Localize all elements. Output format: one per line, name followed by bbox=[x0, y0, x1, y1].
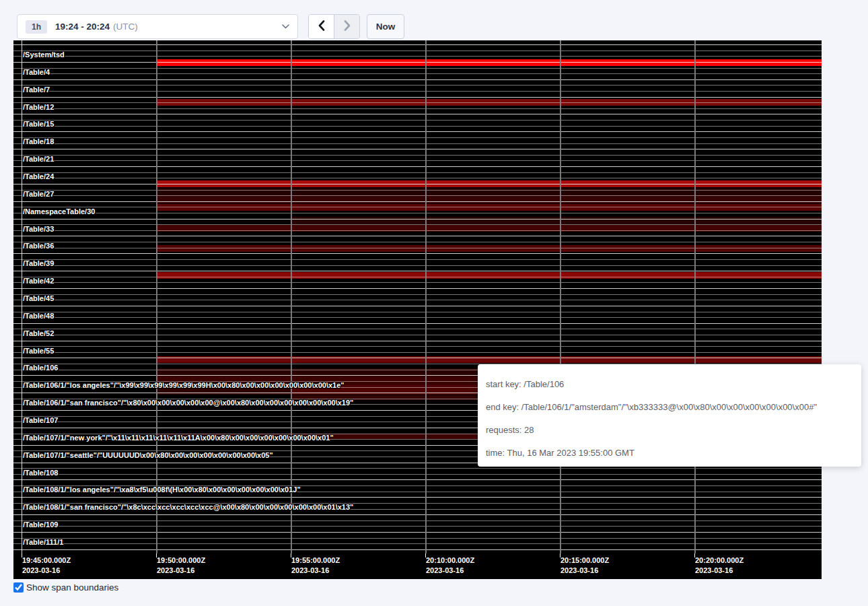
span-boundary-line bbox=[13, 259, 822, 260]
show-span-boundaries-row: Show span boundaries bbox=[13, 582, 118, 593]
time-range-label: 19:24 - 20:24 bbox=[55, 22, 110, 32]
now-button[interactable]: Now bbox=[367, 14, 404, 39]
span-label: /Table/107/1/"new york"/"\x11\x11\x11\x1… bbox=[23, 434, 334, 442]
span-label: /Table/106 bbox=[23, 364, 58, 372]
time-axis-label: 19:55:00.000Z2023-03-16 bbox=[291, 556, 340, 576]
previous-range-button[interactable] bbox=[309, 15, 334, 38]
time-grid-line bbox=[425, 40, 427, 553]
span-boundary-line bbox=[13, 114, 822, 114]
span-label: /Table/42 bbox=[23, 277, 54, 285]
heat-bar bbox=[156, 245, 822, 252]
span-boundary-line bbox=[13, 68, 822, 69]
time-axis-label: 20:20:00.000Z2023-03-16 bbox=[695, 556, 744, 576]
span-boundary-line bbox=[13, 190, 822, 191]
span-boundary-line bbox=[13, 178, 822, 178]
span-boundary-line bbox=[13, 514, 822, 515]
time-range-select[interactable]: 1h 19:24 - 20:24 (UTC) bbox=[17, 14, 298, 39]
span-boundary-line bbox=[13, 91, 822, 92]
hover-tooltip: start key: /Table/106 end key: /Table/10… bbox=[478, 364, 861, 467]
span-label: /Table/108 bbox=[23, 469, 58, 477]
span-boundary-line bbox=[13, 543, 822, 544]
span-boundary-line bbox=[13, 468, 822, 469]
span-boundary-line bbox=[13, 166, 822, 167]
span-label: /Table/36 bbox=[23, 242, 54, 250]
span-label: /Table/7 bbox=[23, 86, 50, 94]
span-boundary-line bbox=[13, 294, 822, 295]
span-label: /Table/45 bbox=[23, 295, 54, 302]
span-boundary-line bbox=[13, 219, 822, 220]
span-boundary-line bbox=[13, 346, 822, 347]
span-boundary-line bbox=[13, 358, 822, 358]
span-label: /Table/108/1/"los angeles"/"\xa8\xf5\u00… bbox=[23, 486, 301, 494]
tooltip-start-key: start key: /Table/106 bbox=[486, 373, 853, 396]
span-boundary-line bbox=[13, 131, 822, 132]
show-span-boundaries-checkbox[interactable] bbox=[13, 582, 24, 593]
span-label: /Table/106/1/"los angeles"/"\x99\x99\x99… bbox=[23, 382, 345, 389]
span-boundary-line bbox=[13, 73, 822, 74]
span-label: /Table/33 bbox=[23, 226, 54, 233]
span-boundary-line bbox=[13, 277, 822, 277]
span-label: /Table/107/1/"seattle"/"UUUUUUD\x00\x80\… bbox=[23, 452, 273, 459]
span-boundary-line bbox=[13, 532, 822, 533]
time-range-badge: 1h bbox=[26, 20, 47, 34]
span-label: /Table/24 bbox=[23, 173, 54, 180]
span-boundary-line bbox=[13, 329, 822, 329]
span-boundary-line bbox=[13, 201, 822, 202]
time-grid-line bbox=[560, 40, 561, 553]
span-boundary-line bbox=[13, 265, 822, 266]
chevron-down-icon bbox=[282, 24, 289, 29]
span-boundary-line bbox=[13, 62, 822, 63]
key-visualizer-canvas[interactable]: 19:45:00.000Z2023-03-1619:50:00.000Z2023… bbox=[13, 40, 822, 579]
span-boundary-line bbox=[13, 126, 822, 127]
span-boundary-line bbox=[13, 282, 822, 283]
span-boundary-line bbox=[13, 306, 822, 306]
span-boundary-line bbox=[13, 120, 822, 121]
span-boundary-line bbox=[13, 248, 822, 248]
heat-bar bbox=[156, 195, 822, 203]
tooltip-end-key: end key: /Table/106/1/"amsterdam"/"\xb33… bbox=[486, 396, 853, 419]
span-boundary-line bbox=[13, 44, 822, 45]
chevron-right-icon bbox=[344, 20, 351, 33]
span-boundary-line bbox=[13, 335, 822, 335]
key-visualizer-page: { "toolbar": { "range_badge": "1h", "ran… bbox=[0, 0, 868, 606]
span-label: /Table/4 bbox=[23, 69, 50, 76]
span-boundary-line bbox=[13, 195, 822, 196]
span-boundary-line bbox=[13, 317, 822, 318]
span-label: /Table/27 bbox=[23, 191, 54, 198]
span-boundary-line bbox=[13, 155, 822, 156]
span-boundary-line bbox=[13, 300, 822, 300]
span-boundary-line bbox=[13, 224, 822, 225]
heat-bar bbox=[156, 59, 822, 66]
span-boundary-line bbox=[13, 474, 822, 475]
tooltip-requests: requests: 28 bbox=[486, 419, 853, 442]
span-boundary-line bbox=[13, 79, 822, 80]
time-grid-line bbox=[156, 40, 157, 553]
tooltip-time: time: Thu, 16 Mar 2023 19:55:00 GMT bbox=[486, 442, 853, 465]
span-boundary-line bbox=[13, 341, 822, 341]
time-range-timezone: (UTC) bbox=[113, 22, 138, 32]
span-label: /Table/106/1/"san francisco"/"\x80\x00\x… bbox=[23, 399, 353, 407]
span-boundary-line bbox=[13, 137, 822, 138]
span-boundary-line bbox=[13, 102, 822, 103]
time-grid-line bbox=[694, 40, 696, 553]
span-boundary-line bbox=[13, 85, 822, 86]
span-boundary-line bbox=[13, 236, 822, 236]
span-boundary-line bbox=[13, 242, 822, 242]
span-label: /Table/12 bbox=[23, 104, 54, 111]
time-nav-group bbox=[308, 14, 360, 39]
span-boundary-line bbox=[13, 160, 822, 161]
span-boundary-line bbox=[13, 213, 822, 213]
span-boundary-line bbox=[13, 253, 822, 254]
span-boundary-line bbox=[13, 149, 822, 149]
span-boundary-line bbox=[13, 97, 822, 98]
span-label: /Table/39 bbox=[23, 260, 54, 267]
span-boundary-line bbox=[13, 538, 822, 539]
span-boundary-line bbox=[13, 184, 822, 184]
span-boundary-line bbox=[13, 479, 822, 480]
span-boundary-line bbox=[13, 520, 822, 521]
next-range-button[interactable] bbox=[334, 15, 359, 38]
span-label: /System/tsd bbox=[23, 51, 65, 59]
span-label: /Table/52 bbox=[23, 330, 54, 337]
span-boundary-line bbox=[13, 108, 822, 109]
span-label: /Table/55 bbox=[23, 347, 54, 355]
